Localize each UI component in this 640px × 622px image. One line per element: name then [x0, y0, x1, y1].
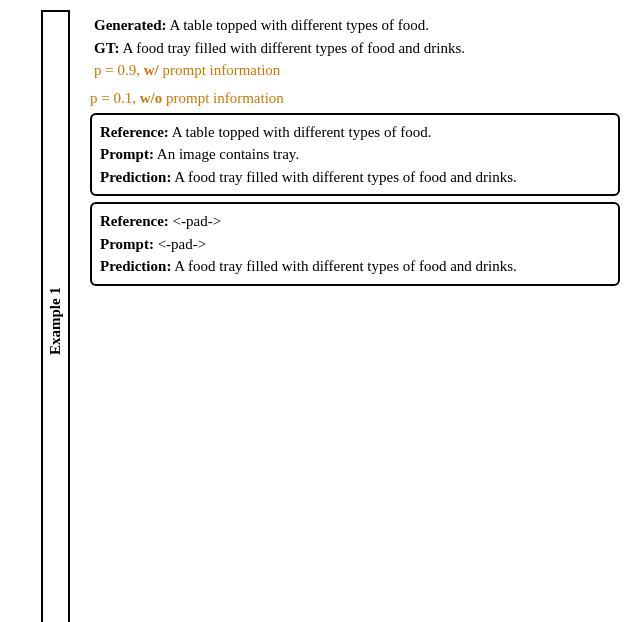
box2-prompt-label: Prompt:: [100, 236, 154, 252]
box1-status-suffix: prompt information: [162, 90, 284, 106]
example-1-gt-line: GT: A food tray filled with different ty…: [94, 37, 620, 60]
generated-text: A table topped with different types of f…: [166, 17, 429, 33]
box1-status-p: p = 0.1,: [90, 90, 140, 106]
box1-reference-text: A table topped with different types of f…: [169, 124, 432, 140]
box2-prediction: Prediction: A food tray filled with diff…: [100, 255, 610, 278]
example-1-content: Generated: A table topped with different…: [90, 10, 620, 622]
example-1-label-text: Example 1: [47, 287, 64, 355]
example-1-generated-line: Generated: A table topped with different…: [94, 14, 620, 37]
box1-status-bold: w/o: [140, 90, 163, 106]
example-1-generated-gt: Generated: A table topped with different…: [90, 10, 620, 84]
example-1-box1-status: p = 0.1, w/o prompt information: [90, 90, 620, 107]
box1-prediction-text: A food tray filled with different types …: [171, 169, 517, 185]
gt-text: A food tray filled with different types …: [120, 40, 466, 56]
example-1-status-suffix: prompt information: [159, 62, 281, 78]
box1-prediction-label: Prediction:: [100, 169, 171, 185]
box1-prompt-text: An image contains tray.: [154, 146, 299, 162]
box2-reference-label: Reference:: [100, 213, 169, 229]
box1-reference-label: Reference:: [100, 124, 169, 140]
example-1-box1: Reference: A table topped with different…: [90, 113, 620, 197]
gt-label: GT:: [94, 40, 120, 56]
example-1-box2: Reference: <-pad-> Prompt: <-pad-> Predi…: [90, 202, 620, 286]
box2-prediction-text: A food tray filled with different types …: [171, 258, 517, 274]
example-1-label: Example 1: [41, 10, 70, 622]
example-1-label-wrapper: Example 1: [20, 10, 90, 622]
box2-prompt-text: <-pad->: [154, 236, 206, 252]
box2-reference: Reference: <-pad->: [100, 210, 610, 233]
box1-prediction: Prediction: A food tray filled with diff…: [100, 166, 610, 189]
example-1-block: Example 1 Generated: A table topped with…: [20, 10, 620, 622]
box2-prompt: Prompt: <-pad->: [100, 233, 610, 256]
generated-label: Generated:: [94, 17, 166, 33]
example-1-status: p = 0.9, w/ prompt information: [94, 59, 620, 82]
box1-reference: Reference: A table topped with different…: [100, 121, 610, 144]
example-1-status-p: p = 0.9,: [94, 62, 144, 78]
box1-prompt-label: Prompt:: [100, 146, 154, 162]
box1-prompt: Prompt: An image contains tray.: [100, 143, 610, 166]
main-container: Example 1 Generated: A table topped with…: [20, 0, 620, 622]
box2-reference-text: <-pad->: [169, 213, 221, 229]
example-1-status-bold: w/: [144, 62, 159, 78]
box2-prediction-label: Prediction:: [100, 258, 171, 274]
